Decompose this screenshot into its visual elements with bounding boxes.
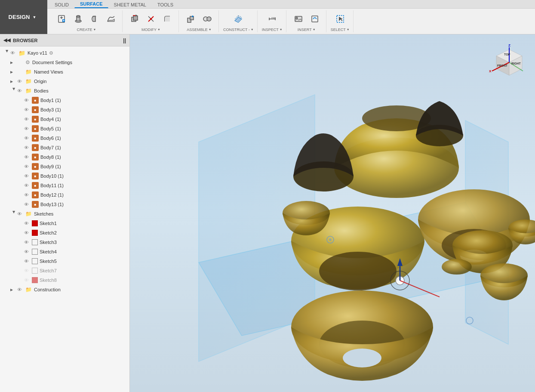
sketch2-item[interactable]: 👁 Sketch2	[0, 228, 129, 238]
svg-point-47	[442, 259, 472, 275]
modify-group: MODIFY ▼	[123, 10, 179, 32]
create-dropdown-arrow: ▼	[93, 28, 96, 31]
svg-text:X: X	[489, 69, 492, 73]
sketch8-type-icon	[32, 277, 38, 283]
body6-eye-icon[interactable]: 👁	[24, 136, 31, 141]
named-views-label: Named Views	[34, 69, 63, 74]
sketch7-item[interactable]: 👁 Sketch7	[0, 266, 129, 275]
create-label[interactable]: CREATE ▼	[77, 28, 96, 32]
select-label-text: SELECT	[331, 28, 346, 32]
insert-image-icon[interactable]	[291, 11, 306, 27]
tab-tools[interactable]: TOOLS	[152, 1, 179, 8]
browser-header[interactable]: ◀◀ BROWSER ||	[0, 34, 129, 46]
body13-item[interactable]: 👁 ■ Body13 (1)	[0, 200, 129, 209]
body7-eye-icon[interactable]: 👁	[24, 145, 31, 150]
tab-solid[interactable]: SOLID	[49, 1, 74, 8]
viewport[interactable]: Z X TOP FRONT RIGHT	[130, 34, 535, 392]
root-eye-icon[interactable]: 👁	[10, 50, 17, 56]
body9-item[interactable]: 👁 ■ Body9 (1)	[0, 162, 129, 171]
root-expand-arrow: ▶	[5, 49, 9, 56]
construction-eye-icon[interactable]: 👁	[17, 287, 24, 292]
construction-folder-item[interactable]: ▶ 👁 📁 Construction	[0, 285, 129, 294]
patch-icon[interactable]	[103, 11, 119, 27]
bodies-eye-icon[interactable]: 👁	[17, 88, 24, 93]
sketches-eye-icon[interactable]: 👁	[17, 211, 24, 216]
body8-eye-icon[interactable]: 👁	[24, 154, 31, 160]
navigation-cube[interactable]: Z X TOP FRONT RIGHT	[488, 43, 526, 82]
body12-eye-icon[interactable]: 👁	[24, 192, 31, 198]
sketch3-eye-icon[interactable]: 👁	[24, 240, 31, 245]
select-label[interactable]: SELECT ▼	[331, 28, 350, 32]
body4-item[interactable]: 👁 ■ Body4 (1)	[0, 114, 129, 124]
body6-item[interactable]: 👁 ■ Body6 (1)	[0, 133, 129, 143]
sketch1-item[interactable]: 👁 Sketch1	[0, 219, 129, 228]
create-new-icon[interactable]	[54, 11, 70, 27]
body8-item[interactable]: 👁 ■ Body8 (1)	[0, 152, 129, 162]
sketch7-eye-icon[interactable]: 👁	[24, 268, 31, 273]
insert-label[interactable]: INSERT ▼	[298, 28, 316, 32]
body12-type-icon: ■	[32, 191, 39, 198]
sketch8-eye-icon[interactable]: 👁	[24, 278, 31, 283]
sketch8-item[interactable]: 👁 Sketch8	[0, 275, 129, 285]
sketch5-eye-icon[interactable]: 👁	[24, 259, 31, 264]
body3-label: Body3 (1)	[40, 107, 61, 112]
design-button[interactable]: DESIGN ▼	[0, 0, 47, 34]
offset-face-icon[interactable]	[127, 11, 142, 27]
insert-svg-icon[interactable]	[307, 11, 323, 27]
modify-label[interactable]: MODIFY ▼	[141, 28, 160, 32]
body9-eye-icon[interactable]: 👁	[24, 164, 31, 169]
body10-eye-icon[interactable]: 👁	[24, 173, 31, 179]
origin-item[interactable]: ▶ 👁 📁 Origin	[0, 77, 129, 86]
sketch2-type-icon	[32, 230, 38, 236]
tab-surface[interactable]: SURFACE	[74, 0, 108, 8]
select-icon[interactable]	[332, 11, 348, 27]
sketch2-eye-icon[interactable]: 👁	[24, 230, 31, 235]
body13-eye-icon[interactable]: 👁	[24, 202, 31, 207]
named-views-item[interactable]: ▶ 📁 Named Views	[0, 67, 129, 77]
tab-sheet-metal[interactable]: SHEET METAL	[108, 1, 152, 8]
inspect-label[interactable]: INSPECT ▼	[262, 28, 283, 32]
trim-icon[interactable]	[143, 11, 159, 27]
tabs-row: SOLID SURFACE SHEET METAL TOOLS	[47, 0, 535, 9]
plane-offset-icon[interactable]	[231, 11, 246, 27]
construct-label[interactable]: CONSTRUCT - ▼	[223, 28, 254, 32]
extrude-icon[interactable]	[71, 11, 86, 27]
sketch4-item[interactable]: 👁 Sketch4	[0, 247, 129, 256]
doc-settings-gear-icon: ⚙	[25, 59, 30, 65]
body11-eye-icon[interactable]: 👁	[24, 183, 31, 188]
body7-item[interactable]: 👁 ■ Body7 (1)	[0, 143, 129, 152]
sketches-folder-item[interactable]: ▶ 👁 📁 Sketches	[0, 209, 129, 219]
body11-item[interactable]: 👁 ■ Body11 (1)	[0, 181, 129, 190]
body5-eye-icon[interactable]: 👁	[24, 126, 31, 131]
sketch5-item[interactable]: 👁 Sketch5	[0, 256, 129, 266]
body12-item[interactable]: 👁 ■ Body12 (1)	[0, 190, 129, 200]
fillet-icon[interactable]	[160, 11, 175, 27]
sketch1-eye-icon[interactable]: 👁	[24, 221, 31, 226]
new-component-icon[interactable]	[183, 11, 199, 27]
joint-icon[interactable]	[200, 11, 215, 27]
body5-item[interactable]: 👁 ■ Body5 (1)	[0, 124, 129, 133]
body1-eye-icon[interactable]: 👁	[24, 98, 31, 103]
origin-eye-icon[interactable]: 👁	[17, 79, 24, 84]
measure-icon[interactable]: mm	[264, 11, 280, 27]
body13-label: Body13 (1)	[40, 202, 64, 207]
tree-root-item[interactable]: ▶ 👁 📁 Kayo v11 ⚙	[0, 48, 129, 58]
sketches-expand: ▶	[12, 210, 16, 217]
revolve-icon[interactable]	[87, 11, 102, 27]
body3-item[interactable]: 👁 ■ Body3 (1)	[0, 105, 129, 114]
doc-settings-item[interactable]: ▶ ⚙ Document Settings	[0, 58, 129, 67]
bodies-folder-label: Bodies	[34, 88, 49, 93]
svg-rect-29	[312, 16, 318, 22]
sketch3-type-icon	[32, 239, 38, 245]
sketch3-item[interactable]: 👁 Sketch3	[0, 238, 129, 247]
body3-eye-icon[interactable]: 👁	[24, 107, 31, 112]
body1-item[interactable]: 👁 ■ Body1 (1)	[0, 96, 129, 105]
body10-item[interactable]: 👁 ■ Body10 (1)	[0, 171, 129, 181]
body4-eye-icon[interactable]: 👁	[24, 117, 31, 122]
browser-pin-icon[interactable]: ||	[123, 37, 126, 43]
root-settings-icon[interactable]: ⚙	[49, 50, 53, 56]
inspect-label-text: INSPECT	[262, 28, 279, 32]
bodies-folder-item[interactable]: ▶ 👁 📁 Bodies	[0, 86, 129, 96]
sketch4-eye-icon[interactable]: 👁	[24, 249, 31, 254]
assemble-label[interactable]: ASSEMBLE ▼	[187, 28, 211, 32]
